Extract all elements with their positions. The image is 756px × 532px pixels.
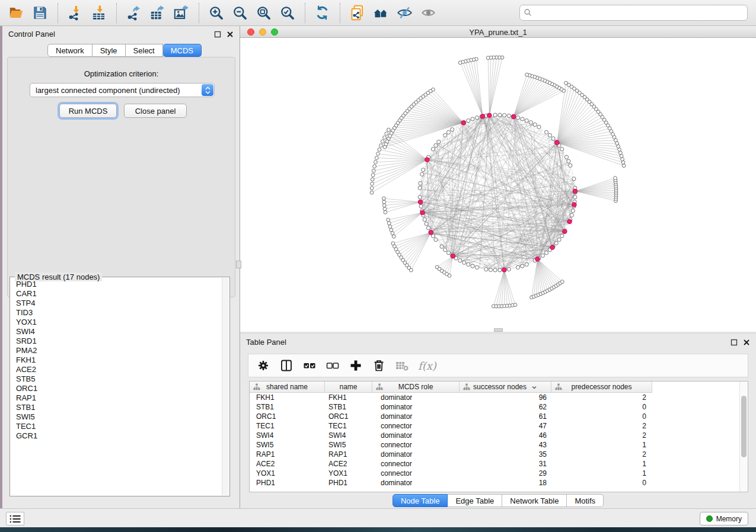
tab-network-table[interactable]: Network Table	[502, 494, 567, 507]
table-row[interactable]: YOX1YOX1connector291	[250, 469, 739, 478]
cytoscape-window: Control Panel NetworkStyleSelectMCDS Opt…	[0, 0, 756, 532]
hide-selected-icon[interactable]	[394, 2, 416, 24]
tab-select[interactable]: Select	[126, 44, 163, 57]
cell-mcds-role: connector	[372, 421, 460, 431]
vertical-splitter-grip[interactable]	[236, 261, 241, 268]
column-header-predecessor-nodes[interactable]: predecessor nodes	[551, 382, 652, 393]
mcds-result-node[interactable]: GCR1	[11, 431, 222, 441]
table-row[interactable]: STB1STB1dominator620	[250, 402, 739, 412]
deselect-all-icon[interactable]	[326, 358, 340, 373]
table-scrollbar-thumb[interactable]	[741, 396, 747, 457]
table-row[interactable]: ORC1ORC1dominator610	[250, 412, 739, 421]
mcds-result-node[interactable]: STB1	[11, 403, 222, 412]
table-row[interactable]: SWI4SWI4dominator462	[250, 431, 739, 440]
mcds-result-node[interactable]: RAP1	[11, 393, 222, 403]
cell-successor-nodes: 43	[460, 440, 551, 450]
cell-shared-name: RAP1	[250, 450, 325, 459]
save-icon[interactable]	[30, 2, 51, 24]
mcds-result-node[interactable]: YOX1	[11, 318, 222, 327]
import-network-icon[interactable]	[65, 2, 86, 24]
criterion-dropdown[interactable]: largest connected component (undirected)	[30, 83, 215, 97]
optimization-criterion-label: Optimization criterion:	[8, 69, 235, 78]
horizontal-splitter-grip[interactable]	[494, 328, 503, 332]
import-table-icon[interactable]	[88, 2, 110, 24]
mcds-result-node[interactable]: SWI5	[11, 412, 222, 422]
zoom-out-icon[interactable]	[229, 2, 251, 24]
export-network-icon[interactable]	[123, 2, 145, 24]
table-row[interactable]: TEC1TEC1connector472	[250, 421, 739, 431]
zoom-selected-icon[interactable]	[277, 2, 298, 24]
mcds-result-node[interactable]: CAR1	[11, 289, 222, 299]
close-panel-icon[interactable]	[743, 338, 750, 345]
table-row[interactable]: RAP1RAP1dominator352	[250, 450, 739, 459]
tab-edge-table[interactable]: Edge Table	[448, 494, 502, 507]
tab-mcds[interactable]: MCDS	[163, 44, 202, 57]
column-header-mcds-role[interactable]: MCDS role	[372, 382, 460, 393]
mcds-result-node[interactable]: PMA2	[11, 346, 222, 355]
zoom-fit-icon[interactable]	[253, 2, 275, 24]
zoom-in-icon[interactable]	[206, 2, 227, 24]
export-image-icon[interactable]	[171, 2, 192, 24]
export-table-icon[interactable]	[147, 2, 168, 24]
mcds-result-scrollbar[interactable]	[222, 278, 229, 495]
mcds-result-node[interactable]: ACE2	[11, 365, 222, 374]
run-mcds-button[interactable]: Run MCDS	[59, 104, 117, 118]
table-row[interactable]: FKH1FKH1dominator962	[250, 393, 739, 402]
mcds-result-node[interactable]: SWI4	[11, 327, 222, 336]
mcds-result-node[interactable]: FKH1	[11, 355, 222, 365]
mcds-result-node[interactable]: STB5	[11, 374, 222, 384]
float-panel-icon[interactable]	[731, 338, 738, 345]
memory-button[interactable]: Memory	[700, 512, 748, 525]
network-from-file-icon[interactable]	[347, 2, 368, 24]
delete-icon[interactable]	[372, 358, 386, 373]
mcds-result-node[interactable]: TEC1	[11, 422, 222, 431]
cell-shared-name: ACE2	[250, 459, 325, 469]
select-all-icon[interactable]	[302, 358, 317, 373]
toolbar-separator	[58, 3, 58, 23]
show-all-icon[interactable]	[418, 2, 439, 24]
delete-table-icon	[395, 358, 409, 373]
task-history-button[interactable]	[6, 512, 24, 525]
table-row[interactable]: SWI5SWI5connector431	[250, 440, 739, 450]
float-panel-icon[interactable]	[214, 30, 221, 37]
tab-node-table[interactable]: Node Table	[393, 494, 448, 507]
node-table: shared namenameMCDS rolesuccessor nodesp…	[249, 381, 748, 492]
column-header-shared-name[interactable]: shared name	[250, 382, 325, 393]
toolbar-icon-groups	[5, 2, 441, 24]
mcds-result-node[interactable]: TID3	[11, 308, 222, 318]
first-neighbors-icon[interactable]	[371, 2, 392, 24]
cell-predecessor-nodes: 2	[551, 393, 652, 402]
network-canvas[interactable]	[240, 38, 756, 332]
tab-network[interactable]: Network	[47, 44, 92, 57]
mcds-result-node[interactable]: ORC1	[11, 384, 222, 393]
open-file-icon[interactable]	[6, 2, 27, 24]
search-input[interactable]	[519, 5, 748, 21]
table-row[interactable]: ACE2ACE2connector311	[250, 459, 739, 469]
cell-shared-name: SWI5	[250, 440, 325, 450]
column-header-name[interactable]: name	[325, 382, 372, 393]
cell-predecessor-nodes: 0	[551, 478, 652, 488]
column-header-successor-nodes[interactable]: successor nodes	[460, 382, 551, 393]
toolbar-separator	[116, 3, 117, 23]
toolbar-separator	[199, 3, 199, 23]
refresh-icon[interactable]	[312, 2, 333, 24]
cell-shared-name: STB1	[250, 402, 325, 412]
add-icon[interactable]	[349, 358, 363, 373]
table-scrollbar[interactable]	[739, 382, 748, 492]
settings-gear-icon[interactable]	[256, 358, 270, 373]
sort-down-icon	[531, 384, 537, 390]
table-row[interactable]: PHD1PHD1dominator180	[250, 478, 739, 488]
cell-name: YOX1	[325, 469, 372, 478]
tab-style[interactable]: Style	[92, 44, 126, 57]
close-panel-button[interactable]: Close panel	[124, 104, 187, 118]
mcds-result-node[interactable]: PHD1	[11, 280, 222, 289]
mcds-panel: Optimization criterion: largest connecte…	[7, 57, 235, 297]
mcds-result-node[interactable]: SRD1	[11, 336, 222, 346]
close-panel-icon[interactable]	[227, 30, 234, 37]
column-visibility-icon[interactable]	[279, 358, 294, 373]
mcds-result-list[interactable]: PHD1CAR1STP4TID3YOX1SWI4SRD1PMA2FKH1ACE2…	[11, 280, 222, 495]
tab-motifs[interactable]: Motifs	[567, 494, 604, 507]
mapped-column-icon	[555, 383, 562, 390]
mcds-result-node[interactable]: STP4	[11, 299, 222, 308]
cell-mcds-role: connector	[372, 459, 460, 469]
